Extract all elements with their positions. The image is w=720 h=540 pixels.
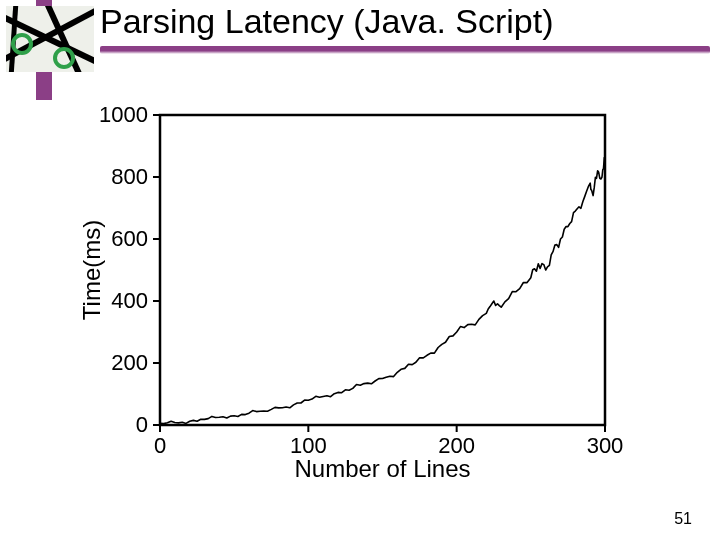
title-underline [100,46,710,54]
slide-title: Parsing Latency (Java. Script) [100,2,554,40]
chart-svg: 020040060080010000100200300Number of Lin… [80,95,635,485]
svg-text:400: 400 [111,288,148,313]
svg-text:300: 300 [587,433,624,458]
svg-text:200: 200 [111,350,148,375]
svg-text:600: 600 [111,226,148,251]
title-bar: Parsing Latency (Java. Script) [100,2,710,58]
logo-icon [6,6,94,72]
svg-text:0: 0 [136,412,148,437]
corner-logo [6,6,94,72]
svg-text:1000: 1000 [99,102,148,127]
svg-text:800: 800 [111,164,148,189]
slide: Parsing Latency (Java. Script) 020040060… [0,0,720,540]
svg-text:Number of Lines: Number of Lines [294,455,470,482]
svg-text:0: 0 [154,433,166,458]
svg-text:Time(ms): Time(ms) [80,220,105,320]
chart: 020040060080010000100200300Number of Lin… [80,95,635,485]
page-number: 51 [674,510,692,528]
